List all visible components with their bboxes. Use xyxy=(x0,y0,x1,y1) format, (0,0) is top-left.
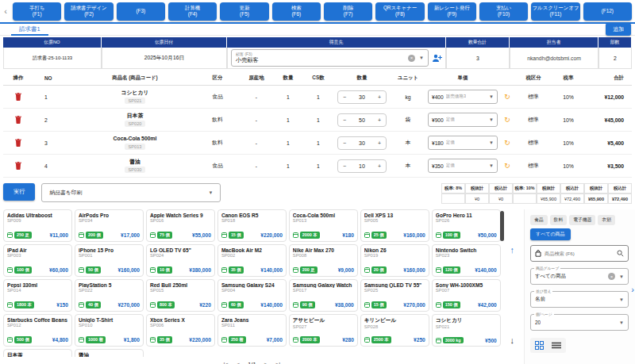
function-key-button[interactable]: 検索 (F6) xyxy=(272,2,321,21)
product-card[interactable]: Uniqlo T-Shirt SP010 1000 着 ¥1,800 xyxy=(75,314,144,347)
stepper-minus-icon[interactable]: − xyxy=(343,117,346,123)
unit-price-select[interactable]: ¥900 定価 ▼ xyxy=(428,113,498,127)
stepper-minus-icon[interactable]: − xyxy=(343,140,346,146)
quantity-stepper[interactable]: − 30 + xyxy=(337,90,387,104)
function-key-button[interactable]: 更新 (F5) xyxy=(220,2,268,21)
product-card[interactable]: キリンビール SP028 2500 本 ¥250 xyxy=(360,314,429,347)
first-page-icon[interactable]: |< xyxy=(223,361,228,364)
unit-price-select[interactable]: ¥350 定価 ▼ xyxy=(428,159,498,173)
product-card[interactable]: Nike Air Max 270 SP008 200 足 ¥9,000 xyxy=(289,244,358,277)
stepper-minus-icon[interactable]: − xyxy=(343,94,346,100)
function-key-button[interactable]: 請求書デザイン (F2) xyxy=(64,2,113,21)
reset-price-icon[interactable]: ↻ xyxy=(504,139,510,147)
product-card[interactable]: MacBook Air M2 SP002 35 個 ¥140,000 xyxy=(217,244,287,277)
product-card[interactable]: Canon EOS R5 SP018 15 個 ¥220,000 xyxy=(217,209,287,242)
quantity-stepper[interactable]: − 50 + xyxy=(337,113,387,127)
print-option-select[interactable]: 納品書を印刷 ▼ xyxy=(41,183,221,202)
product-search-input[interactable] xyxy=(545,251,614,256)
stepper-minus-icon[interactable]: − xyxy=(343,163,346,169)
unit-price-select[interactable]: ¥180 定価 ▼ xyxy=(428,136,498,150)
product-card[interactable]: iPad Air SP003 100 個 ¥60,000 xyxy=(3,244,72,277)
product-card[interactable]: Coca-Cola 500ml SP013 2000 本 ¥180 xyxy=(289,209,358,242)
delete-line-icon[interactable] xyxy=(15,93,21,101)
clear-group-icon[interactable]: × xyxy=(608,273,615,280)
product-card[interactable]: Samsung Galaxy S24 SP004 60 個 ¥140,000 xyxy=(217,279,287,312)
chevron-down-icon[interactable]: ▼ xyxy=(419,56,424,60)
product-card[interactable]: Samsung QLED TV 55" SP025 15 個 ¥270,000 xyxy=(360,279,429,312)
product-card[interactable]: AirPods Pro SP034 200 個 ¥17,000 xyxy=(75,209,144,242)
per-page-select[interactable]: 個/ページ 20 ▼ xyxy=(530,314,629,331)
product-card[interactable]: コシヒカリ SP021 3000 kg ¥500 xyxy=(432,314,501,347)
product-card[interactable]: Zara Jeans SP011 250 着 ¥7,000 xyxy=(217,314,287,347)
category-chip[interactable]: 衣類 xyxy=(598,215,615,225)
product-card[interactable]: Pepsi 330ml SP014 1800 本 ¥150 xyxy=(3,279,72,312)
unit-price-select[interactable]: ¥400 販売価格3 ▼ xyxy=(428,90,498,104)
category-chip[interactable]: 飲料 xyxy=(550,215,568,225)
function-key-button[interactable]: (F3) xyxy=(117,2,165,21)
all-products-button[interactable]: すべての商品 xyxy=(530,228,571,240)
clear-customer-icon[interactable]: × xyxy=(408,55,415,62)
search-icon[interactable] xyxy=(617,250,624,257)
product-card[interactable]: Nintendo Switch SP023 120 個 ¥140,000 xyxy=(432,244,501,277)
reset-price-icon[interactable]: ↻ xyxy=(504,116,510,124)
delete-line-icon[interactable] xyxy=(15,139,21,147)
quantity-stepper[interactable]: − 10 + xyxy=(337,159,387,173)
prev-page-icon[interactable]: < xyxy=(237,361,240,364)
product-card[interactable]: Starbucks Coffee Beans SP012 500 個 ¥4,80… xyxy=(3,314,72,347)
product-card[interactable]: Nikon Z6 SP019 20 個 ¥160,000 xyxy=(360,244,429,277)
product-card[interactable]: Samsung Galaxy Watch SP017 90 個 ¥38,000 xyxy=(289,279,358,312)
reset-price-icon[interactable]: ↻ xyxy=(504,162,510,170)
last-page-icon[interactable]: >| xyxy=(275,361,280,364)
stepper-plus-icon[interactable]: + xyxy=(378,117,381,123)
product-card[interactable]: PlayStation 5 SP022 40 個 ¥270,000 xyxy=(75,279,144,312)
list-view-icon[interactable] xyxy=(552,342,561,349)
category-chip[interactable]: 電子機器 xyxy=(569,215,595,225)
function-key-button[interactable]: 計算機 (F4) xyxy=(168,2,217,21)
function-key-button[interactable]: 支払い (F10) xyxy=(479,2,528,21)
stepper-plus-icon[interactable]: + xyxy=(378,140,381,146)
collapse-toolbar-icon[interactable]: ‹ xyxy=(2,6,10,16)
customer-select[interactable]: 顧客 (F3) 小売顧客 × ▼ xyxy=(231,49,429,67)
product-card[interactable]: Apple Watch Series 9 SP016 75 個 ¥55,000 xyxy=(146,209,215,242)
reset-price-icon[interactable]: ↻ xyxy=(504,93,510,101)
add-customer-icon[interactable] xyxy=(432,54,442,63)
product-card[interactable]: LG OLED TV 65" SP024 10 個 ¥380,000 xyxy=(146,244,215,277)
product-card[interactable]: Red Bull 250ml SP015 800 本 ¥220 xyxy=(146,279,215,312)
grid-view-icon[interactable] xyxy=(535,341,544,350)
product-search-box[interactable] xyxy=(530,245,629,262)
product-card[interactable]: Dell XPS 13 SP005 25 個 ¥160,000 xyxy=(360,209,429,242)
product-card[interactable]: iPhone 15 Pro SP001 50 個 ¥160,000 xyxy=(75,244,144,277)
function-key-button[interactable]: (F12) xyxy=(583,2,632,21)
stepper-plus-icon[interactable]: + xyxy=(378,94,381,100)
sort-select[interactable]: 並び替え 名前 ▼ xyxy=(530,291,629,308)
delete-line-icon[interactable] xyxy=(15,162,21,170)
function-key-button[interactable]: 削除 (F7) xyxy=(324,2,372,21)
product-card[interactable]: 醤油 xyxy=(75,349,144,357)
product-card[interactable]: Sony WH-1000XM5 SP007 150 個 ¥42,000 xyxy=(432,279,501,312)
function-key-button[interactable]: 手打ち (F1) xyxy=(13,2,61,21)
tab-invoice-1[interactable]: 請求書1 xyxy=(11,24,48,36)
next-page-icon[interactable]: > xyxy=(264,361,267,364)
execute-button[interactable]: 実行 xyxy=(3,183,35,201)
product-group-select[interactable]: 商品グループ すべての商品 × ▼ xyxy=(530,268,629,285)
collapse-sidebar-icon[interactable]: › xyxy=(631,285,634,294)
price-select-cell: ¥350 定価 ▼ xyxy=(425,159,500,173)
category-chip[interactable]: 食品 xyxy=(530,215,548,225)
box-icon xyxy=(79,267,84,273)
function-key-button[interactable]: 新レシート発行 (F9) xyxy=(428,2,476,21)
grid-scrollbar[interactable] xyxy=(500,211,504,241)
scroll-down-icon[interactable]: ↓ xyxy=(510,335,515,345)
product-card[interactable]: GoPro Hero 11 SP026 100 個 ¥50,000 xyxy=(432,209,501,242)
product-card[interactable]: アサヒビール SP027 2000 本 ¥280 xyxy=(289,314,358,347)
function-key-button[interactable]: QRスキャナー (F8) xyxy=(375,2,424,21)
quantity-stepper[interactable]: − 30 + xyxy=(337,136,387,150)
product-card[interactable]: Xbox Series X SP006 35 個 ¥220,000 xyxy=(146,314,215,347)
scroll-up-icon[interactable]: ↑ xyxy=(510,245,515,255)
product-card[interactable]: 日本茶 xyxy=(3,349,72,357)
delete-line-icon[interactable] xyxy=(15,116,21,124)
stock-badge: 200 個 xyxy=(86,232,103,239)
add-button[interactable]: 追加 xyxy=(606,23,631,36)
product-card[interactable]: Adidas Ultraboost SP009 250 足 ¥11,000 xyxy=(3,209,72,242)
function-key-button[interactable]: フルスクリーンオフ (F11) xyxy=(531,2,579,21)
stepper-plus-icon[interactable]: + xyxy=(378,163,381,169)
